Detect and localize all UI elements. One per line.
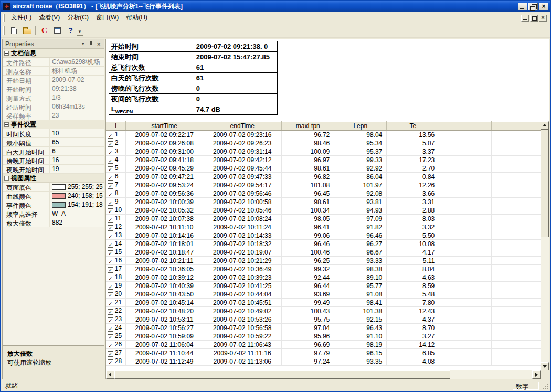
row-checkbox[interactable]: ✓ <box>108 301 113 306</box>
row-checkbox[interactable]: ✓ <box>108 234 113 239</box>
section-header[interactable]: 事件设置 <box>3 120 104 129</box>
row-checkbox[interactable]: ✓ <box>108 200 113 206</box>
scroll-left-button[interactable] <box>106 370 114 379</box>
table-row[interactable]: ✓82009-07-02 09:56:362009-07-02 09:56:46… <box>106 189 544 198</box>
row-checkbox[interactable]: ✓ <box>108 276 113 281</box>
table-row[interactable]: ✓62009-07-02 09:47:212009-07-02 09:47:33… <box>106 173 544 181</box>
table-row[interactable]: ✓72009-07-02 09:53:242009-07-02 09:54:17… <box>106 181 544 189</box>
property-value[interactable]: 06h34m13s <box>50 102 104 111</box>
properties-panel-header[interactable]: Properties ▼ × <box>3 39 104 49</box>
table-row[interactable]: ✓42009-07-02 09:41:182009-07-02 09:42:12… <box>106 156 544 164</box>
horizontal-scrollbar[interactable] <box>106 370 541 379</box>
row-checkbox[interactable]: ✓ <box>108 175 113 181</box>
collapse-icon[interactable] <box>4 122 9 127</box>
menu-item[interactable]: 窗口(W) <box>92 12 122 24</box>
column-header[interactable]: Te <box>387 122 439 131</box>
scroll-up-button[interactable] <box>541 121 549 130</box>
table-row[interactable]: ✓32009-07-02 09:31:002009-07-02 09:31:14… <box>106 147 544 156</box>
property-value[interactable]: 882 <box>50 218 104 227</box>
table-row[interactable]: ✓172009-07-02 10:36:052009-07-02 10:36:4… <box>106 265 544 273</box>
row-checkbox[interactable]: ✓ <box>108 326 113 332</box>
row-checkbox[interactable]: ✓ <box>108 284 113 290</box>
property-row[interactable]: 开始日期2009-07-02 <box>3 76 104 84</box>
table-row[interactable]: ✓22009-07-02 09:26:082009-07-02 09:26:23… <box>106 139 544 147</box>
chevron-down-icon[interactable]: ▼ <box>79 40 87 48</box>
row-checkbox[interactable]: ✓ <box>108 309 113 315</box>
minimize-button[interactable] <box>518 3 527 10</box>
property-value[interactable]: 10 <box>50 129 104 137</box>
table-row[interactable]: ✓192009-07-02 10:40:392009-07-02 10:41:2… <box>106 282 544 290</box>
column-header[interactable]: Lepn <box>334 122 387 131</box>
property-value[interactable]: 240; 158; 15 <box>50 192 104 200</box>
section-header[interactable]: 文档信息 <box>3 49 104 58</box>
property-value[interactable]: 19 <box>50 165 104 173</box>
mdi-minimize-button[interactable] <box>521 15 529 22</box>
property-row[interactable]: 夜晚开始时间19 <box>3 165 104 174</box>
property-value[interactable]: 09:21:38 <box>50 84 104 93</box>
property-row[interactable]: 页面底色255; 255; 25 <box>3 183 104 192</box>
row-checkbox[interactable]: ✓ <box>108 150 113 155</box>
column-header[interactable]: maxLtpn <box>282 122 334 131</box>
row-checkbox[interactable]: ✓ <box>108 225 113 231</box>
calibration-button[interactable]: C <box>38 25 51 36</box>
menu-item[interactable]: 分析(C) <box>63 12 92 24</box>
property-row[interactable]: 采样频率23 <box>3 111 104 120</box>
collapse-icon[interactable] <box>4 51 9 56</box>
menubar-grip[interactable] <box>3 14 5 22</box>
row-checkbox[interactable]: ✓ <box>108 217 113 223</box>
property-value[interactable]: 6 <box>50 147 104 155</box>
row-checkbox[interactable]: ✓ <box>108 292 113 298</box>
property-value[interactable]: 23 <box>50 111 104 120</box>
table-row[interactable]: ✓232009-07-02 10:53:112009-07-02 10:53:2… <box>106 315 544 324</box>
row-checkbox[interactable]: ✓ <box>108 242 113 248</box>
toolbar-grip[interactable] <box>3 26 5 35</box>
restore-button[interactable] <box>528 3 538 10</box>
table-row[interactable]: ✓242009-07-02 10:56:272009-07-02 10:56:5… <box>106 324 544 332</box>
row-checkbox[interactable]: ✓ <box>108 259 113 264</box>
table-row[interactable]: ✓162009-07-02 10:21:112009-07-02 10:21:2… <box>106 257 544 265</box>
new-document-button[interactable] <box>7 25 20 36</box>
title-bar[interactable]: ✈ aircraft noise（ISO3891） - [飞机噪声分析1--飞行… <box>1 1 550 12</box>
property-row[interactable]: 最小阈值65 <box>3 138 104 147</box>
table-row[interactable]: ✓282009-07-02 11:12:492009-07-02 11:13:0… <box>106 357 544 366</box>
property-row[interactable]: 时间长度10 <box>3 129 104 138</box>
table-row[interactable]: ✓202009-07-02 10:43:502009-07-02 10:44:0… <box>106 290 544 299</box>
section-header[interactable]: 视图属性 <box>3 174 104 183</box>
table-row[interactable]: ✓122009-07-02 10:11:102009-07-02 10:11:2… <box>106 223 544 231</box>
table-row[interactable]: ✓182009-07-02 10:39:122009-07-02 10:39:2… <box>106 273 544 282</box>
property-row[interactable]: 事件颜色154; 191; 18 <box>3 200 104 209</box>
property-row[interactable]: 傍晚开始时间16 <box>3 156 104 165</box>
property-row[interactable]: 文件路径C:\awa6298\机场 <box>3 58 104 67</box>
row-checkbox[interactable]: ✓ <box>108 158 113 164</box>
menu-item[interactable]: 查看(V) <box>35 12 63 24</box>
property-row[interactable]: 频率点选择W_A <box>3 209 104 218</box>
close-button[interactable]: × <box>539 3 548 10</box>
property-row[interactable]: 开始时间09:21:38 <box>3 84 104 93</box>
table-row[interactable]: ✓222009-07-02 10:48:202009-07-02 10:49:0… <box>106 307 544 315</box>
property-value[interactable]: 1/3 <box>50 93 104 102</box>
table-row[interactable]: ✓212009-07-02 10:45:142009-07-02 10:45:5… <box>106 299 544 307</box>
vertical-scroll-thumb[interactable] <box>541 130 549 237</box>
property-row[interactable]: 白天开始时间6 <box>3 147 104 156</box>
mdi-close-button[interactable]: × <box>539 15 547 22</box>
table-row[interactable]: ✓272009-07-02 11:10:442009-07-02 11:11:1… <box>106 349 544 357</box>
table-row[interactable]: ✓252009-07-02 10:59:092009-07-02 10:59:2… <box>106 332 544 341</box>
row-checkbox[interactable]: ✓ <box>108 250 113 256</box>
property-value[interactable]: 2009-07-02 <box>50 76 104 84</box>
table-row[interactable]: ✓92009-07-02 10:00:392009-07-02 10:00:58… <box>106 198 544 206</box>
row-checkbox[interactable]: ✓ <box>108 351 113 357</box>
table-row[interactable]: ✓52009-07-02 09:45:292009-07-02 09:45:44… <box>106 164 544 173</box>
column-header[interactable]: i <box>106 122 126 131</box>
toolbar-overflow-button[interactable]: ▼ <box>77 26 83 36</box>
property-value[interactable]: 16 <box>50 156 104 164</box>
property-value[interactable]: 154; 191; 18 <box>50 200 104 209</box>
row-checkbox[interactable]: ✓ <box>108 141 113 147</box>
vertical-scrollbar[interactable] <box>541 121 549 370</box>
property-value[interactable]: 栎社机场 <box>50 67 104 75</box>
panel-close-icon[interactable]: × <box>95 40 103 48</box>
menu-item[interactable]: 帮助(H) <box>122 12 151 24</box>
properties-button[interactable] <box>51 25 64 36</box>
table-row[interactable]: ✓262009-07-02 11:06:042009-07-02 11:06:4… <box>106 341 544 349</box>
table-row[interactable]: ✓102009-07-02 10:05:322009-07-02 10:05:4… <box>106 206 544 215</box>
scroll-right-button[interactable] <box>532 370 541 379</box>
